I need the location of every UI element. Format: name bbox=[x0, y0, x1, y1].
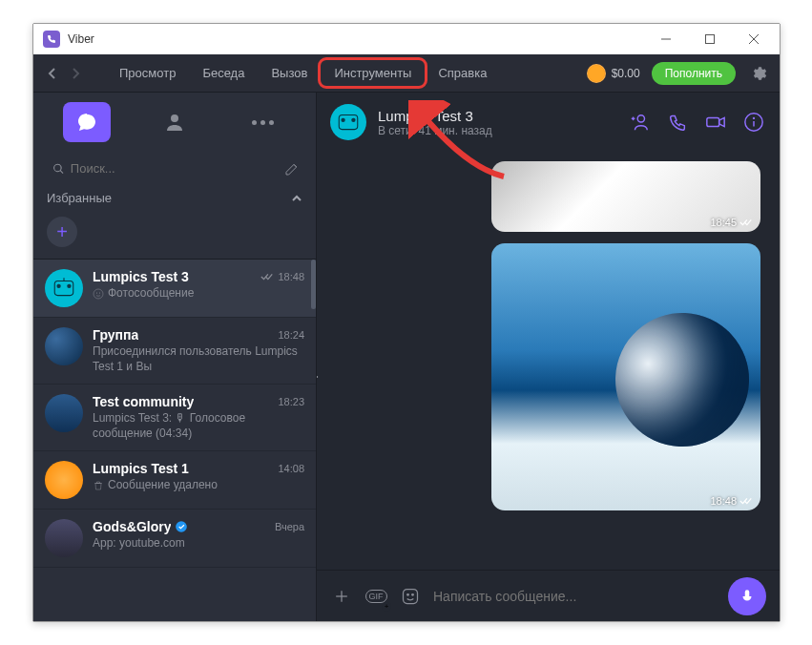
minimize-button[interactable] bbox=[644, 24, 688, 54]
menubar: Просмотр Беседа Вызов Инструменты Справк… bbox=[33, 54, 780, 93]
chat-list: Lumpics Test 3 18:48 Фотосообщение Групп… bbox=[33, 259, 316, 621]
compose-button[interactable] bbox=[281, 158, 302, 179]
chat-item-lumpics-test-3[interactable]: Lumpics Test 3 18:48 Фотосообщение bbox=[33, 260, 316, 318]
tab-contacts[interactable] bbox=[151, 102, 198, 142]
menu-chat[interactable]: Беседа bbox=[189, 60, 258, 86]
topup-button[interactable]: Пополнить bbox=[652, 62, 736, 85]
attach-button[interactable] bbox=[330, 585, 353, 608]
menu-call[interactable]: Вызов bbox=[258, 60, 321, 86]
read-icon bbox=[739, 218, 753, 227]
voice-message-button[interactable] bbox=[728, 577, 766, 615]
message-input-bar: GIF+ bbox=[317, 570, 780, 621]
svg-point-23 bbox=[754, 117, 755, 118]
menu-help[interactable]: Справка bbox=[425, 60, 500, 86]
read-icon bbox=[739, 496, 753, 506]
add-favorite-button[interactable]: + bbox=[47, 217, 77, 247]
svg-point-6 bbox=[67, 284, 71, 288]
chat-avatar[interactable] bbox=[330, 104, 366, 140]
nav-forward-button[interactable] bbox=[64, 62, 87, 85]
svg-marker-20 bbox=[719, 117, 725, 126]
chat-header: Lumpics Test 3 В сети: 41 мин. назад bbox=[317, 93, 780, 152]
tab-more[interactable] bbox=[239, 102, 286, 142]
chat-item-lumpics-test-1[interactable]: Lumpics Test 114:08 Сообщение удалено bbox=[33, 451, 316, 510]
svg-point-27 bbox=[407, 593, 409, 595]
chat-item-group[interactable]: Группа18:24 Присоединился пользователь L… bbox=[33, 318, 316, 385]
gif-button[interactable]: GIF+ bbox=[364, 585, 387, 608]
emoji-icon bbox=[93, 288, 104, 300]
chat-panel: Lumpics Test 3 В сети: 41 мин. назад 18:… bbox=[317, 93, 780, 621]
message-input[interactable] bbox=[433, 589, 717, 604]
svg-rect-1 bbox=[706, 35, 715, 44]
close-button[interactable] bbox=[732, 24, 776, 54]
add-contact-button[interactable] bbox=[627, 110, 652, 135]
chat-preview: Фотосообщение bbox=[108, 286, 194, 302]
nav-back-button[interactable] bbox=[41, 62, 64, 85]
chat-time: 18:24 bbox=[278, 329, 304, 341]
chat-preview: App: youtube.com bbox=[93, 536, 185, 551]
chat-preview: Сообщение удалено bbox=[108, 478, 218, 493]
chat-time: Вчера bbox=[275, 521, 304, 532]
message-image-dice[interactable]: 18:45 bbox=[491, 161, 760, 232]
chevron-up-icon bbox=[291, 193, 302, 204]
messages-area[interactable]: 18:45 18:48 bbox=[317, 152, 780, 570]
chat-time: 14:08 bbox=[278, 463, 304, 474]
svg-rect-15 bbox=[339, 114, 358, 129]
titlebar: Viber bbox=[33, 24, 780, 54]
svg-point-5 bbox=[56, 284, 60, 288]
message-outgoing[interactable]: 18:48 bbox=[336, 243, 760, 510]
message-image-wave[interactable]: 18:48 bbox=[491, 243, 760, 510]
window-title: Viber bbox=[68, 32, 94, 46]
chat-status: В сети: 41 мин. назад bbox=[378, 124, 615, 137]
svg-point-4 bbox=[171, 114, 178, 122]
trash-icon bbox=[93, 480, 104, 491]
svg-rect-26 bbox=[404, 589, 418, 603]
svg-point-28 bbox=[412, 593, 414, 595]
maximize-button[interactable] bbox=[688, 24, 732, 54]
app-window: Viber Просмотр Беседа Вызов Инструменты … bbox=[32, 23, 781, 622]
video-call-button[interactable] bbox=[703, 110, 728, 135]
chat-name: Lumpics Test 3 bbox=[93, 269, 189, 284]
avatar bbox=[45, 269, 83, 307]
svg-point-16 bbox=[637, 115, 644, 122]
chat-name: Gods&Glory bbox=[93, 519, 171, 534]
settings-button[interactable] bbox=[745, 54, 772, 93]
svg-point-12 bbox=[177, 522, 188, 533]
svg-point-13 bbox=[341, 118, 344, 122]
svg-point-10 bbox=[96, 292, 97, 293]
tab-chats[interactable] bbox=[63, 102, 111, 142]
voice-call-button[interactable] bbox=[665, 110, 690, 135]
svg-point-14 bbox=[351, 118, 355, 122]
avatar bbox=[45, 394, 83, 432]
verified-icon bbox=[175, 520, 188, 533]
avatar bbox=[45, 327, 83, 365]
menu-view[interactable]: Просмотр bbox=[106, 60, 189, 86]
balance-icon bbox=[587, 64, 606, 83]
scrollbar-thumb[interactable] bbox=[311, 260, 316, 309]
svg-point-11 bbox=[99, 292, 100, 293]
forward-button[interactable] bbox=[317, 364, 323, 389]
search-input[interactable] bbox=[71, 161, 268, 176]
svg-rect-19 bbox=[707, 117, 719, 126]
message-outgoing[interactable]: 18:45 bbox=[336, 161, 760, 232]
chat-item-gods-glory[interactable]: Gods&Glory Вчера App: youtube.com bbox=[33, 510, 316, 568]
chat-preview: Присоединился пользователь Lumpics Test … bbox=[93, 344, 304, 374]
message-time: 18:48 bbox=[710, 495, 737, 507]
chat-name: Группа bbox=[93, 327, 138, 343]
chat-item-test-community[interactable]: Test community18:23 Lumpics Test 3: 🎙 Го… bbox=[33, 385, 316, 451]
balance-display[interactable]: $0.00 bbox=[587, 64, 640, 83]
avatar bbox=[45, 519, 83, 557]
chat-preview: Lumpics Test 3: 🎙 Голосовое сообщение (0… bbox=[93, 411, 304, 441]
chat-name: Lumpics Test 1 bbox=[93, 461, 189, 476]
favorites-label: Избранные bbox=[47, 191, 112, 205]
sticker-button[interactable] bbox=[399, 585, 422, 608]
svg-rect-7 bbox=[54, 281, 73, 295]
favorites-toggle[interactable]: Избранные bbox=[33, 185, 316, 211]
balance-amount: $0.00 bbox=[612, 67, 640, 80]
search-box[interactable] bbox=[47, 157, 274, 179]
message-time: 18:45 bbox=[710, 217, 737, 228]
menu-tools[interactable]: Инструменты bbox=[321, 60, 425, 86]
viber-logo-icon bbox=[43, 31, 60, 48]
chat-title: Lumpics Test 3 bbox=[378, 108, 615, 124]
chat-info-button[interactable] bbox=[741, 110, 766, 135]
search-icon bbox=[52, 162, 65, 176]
